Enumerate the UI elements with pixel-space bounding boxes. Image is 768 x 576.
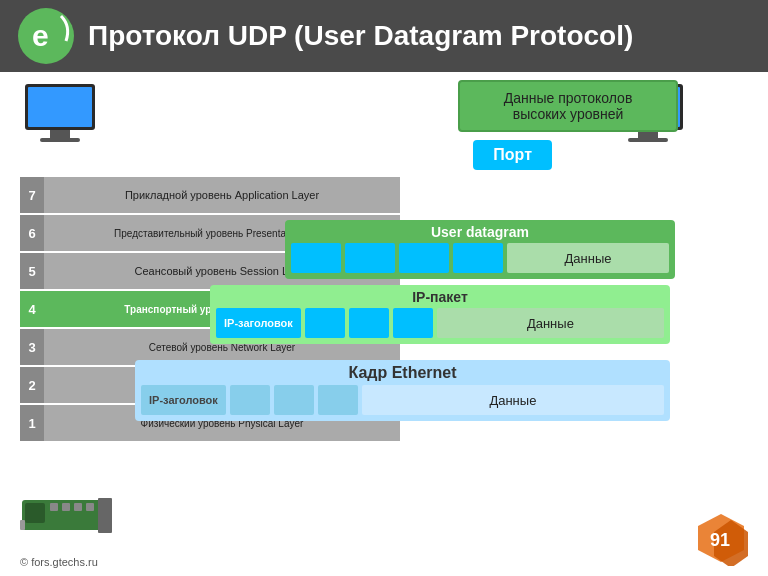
svg-rect-15 [86,503,94,511]
ip-cyan-2 [349,308,389,338]
network-card-icon [20,490,120,540]
layer-1-num: 1 [20,405,44,441]
layer-7-num: 7 [20,177,44,213]
main-content: Данные протоколов высоких уровней Порт 7… [0,72,768,576]
svg-rect-9 [628,138,668,142]
svg-text:e: e [32,19,49,52]
ethernet-frame-container: Кадр Ethernet IP-заголовок Данные [135,360,670,421]
port-label: Порт [493,146,532,163]
eth-cyan-3 [318,385,358,415]
eth-cyan-1 [230,385,270,415]
layer-6-num: 6 [20,215,44,251]
high-level-data-box: Данные протоколов высоких уровней [458,80,678,132]
svg-rect-16 [98,498,112,533]
logo-icon: e [16,6,76,66]
high-level-data-label: Данные протоколов высоких уровней [504,90,633,122]
layer-4-num: 4 [20,291,44,327]
ud-cyan-block-2 [345,243,395,273]
ud-data-label: Данные [507,243,669,273]
computer-left [20,82,100,156]
svg-rect-12 [50,503,58,511]
svg-rect-5 [40,138,80,142]
page-title: Протокол UDP (User Datagram Protocol) [88,20,633,52]
ip-cyan-3 [393,308,433,338]
svg-rect-11 [25,503,45,523]
eth-data-label: Данные [362,385,664,415]
eth-ip-header-label: IP-заголовок [141,385,226,415]
header: e Протокол UDP (User Datagram Protocol) [0,0,768,72]
svg-rect-14 [74,503,82,511]
ud-cyan-block-1 [291,243,341,273]
badge-number: 91 [710,530,730,550]
layer-7-label: Прикладной уровень Application Layer [44,177,400,213]
port-box: Порт [473,140,552,170]
layer-3-num: 3 [20,329,44,365]
svg-rect-3 [28,87,92,127]
ethernet-frame-label: Кадр Ethernet [141,364,664,382]
svg-rect-17 [20,520,25,530]
ip-packet-container: IP-пакет IP-заголовок Данные [210,285,670,344]
layer-5-num: 5 [20,253,44,289]
ethernet-inner: IP-заголовок Данные [141,385,664,415]
user-datagram-inner: Данные [291,243,669,273]
ud-cyan-block-4 [453,243,503,273]
hex-badge: 91 [694,512,748,566]
ip-cyan-1 [305,308,345,338]
layer-7-row: 7 Прикладной уровень Application Layer [20,177,400,213]
ip-packet-inner: IP-заголовок Данные [216,308,664,338]
ip-header-label: IP-заголовок [216,308,301,338]
eth-cyan-2 [274,385,314,415]
layer-2-num: 2 [20,367,44,403]
hex-badge-icon: 91 [694,512,748,566]
user-datagram-container: User datagram Данные [285,220,675,279]
svg-rect-13 [62,503,70,511]
footer-copyright: © fors.gtechs.ru [20,556,98,568]
computer-left-icon [20,82,100,152]
ip-data-label: Данные [437,308,664,338]
ud-cyan-block-3 [399,243,449,273]
svg-rect-4 [50,130,70,138]
network-card-image [20,490,120,540]
user-datagram-label: User datagram [291,224,669,240]
ip-packet-label: IP-пакет [216,289,664,305]
